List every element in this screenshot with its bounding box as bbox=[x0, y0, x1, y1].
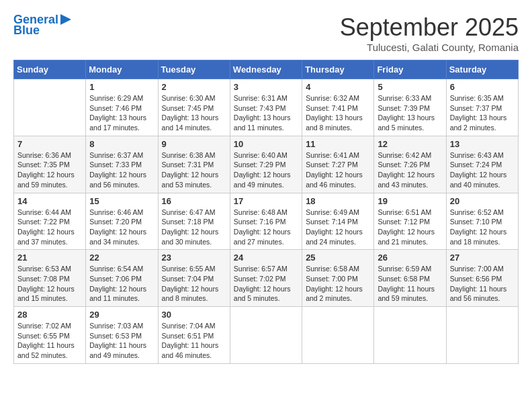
day-info: Sunrise: 6:53 AM Sunset: 7:08 PM Dayligh… bbox=[17, 264, 82, 304]
logo: General Blue bbox=[13, 13, 74, 38]
weekday-header-tuesday: Tuesday bbox=[158, 60, 230, 79]
day-info: Sunrise: 6:57 AM Sunset: 7:02 PM Dayligh… bbox=[234, 264, 298, 304]
calendar-cell: 7Sunrise: 6:36 AM Sunset: 7:35 PM Daylig… bbox=[14, 136, 86, 193]
day-number: 27 bbox=[450, 253, 515, 263]
calendar-cell: 13Sunrise: 6:43 AM Sunset: 7:24 PM Dayli… bbox=[446, 136, 518, 193]
day-info: Sunrise: 6:47 AM Sunset: 7:18 PM Dayligh… bbox=[162, 208, 226, 247]
day-info: Sunrise: 6:30 AM Sunset: 7:45 PM Dayligh… bbox=[162, 93, 226, 133]
logo-blue-text: Blue bbox=[13, 24, 40, 38]
calendar-cell: 19Sunrise: 6:51 AM Sunset: 7:12 PM Dayli… bbox=[374, 193, 446, 250]
calendar-cell: 25Sunrise: 6:58 AM Sunset: 7:00 PM Dayli… bbox=[302, 250, 374, 307]
weekday-header-thursday: Thursday bbox=[302, 60, 374, 79]
day-number: 19 bbox=[378, 196, 442, 206]
day-number: 29 bbox=[89, 310, 154, 320]
day-number: 17 bbox=[234, 196, 298, 206]
weekday-header-saturday: Saturday bbox=[446, 60, 518, 79]
calendar-cell: 22Sunrise: 6:54 AM Sunset: 7:06 PM Dayli… bbox=[86, 250, 158, 307]
day-number: 21 bbox=[17, 253, 82, 263]
calendar-cell: 9Sunrise: 6:38 AM Sunset: 7:31 PM Daylig… bbox=[158, 136, 230, 193]
day-info: Sunrise: 6:35 AM Sunset: 7:37 PM Dayligh… bbox=[450, 93, 515, 133]
day-number: 30 bbox=[162, 310, 226, 320]
day-number: 20 bbox=[450, 196, 515, 206]
day-number: 3 bbox=[234, 82, 298, 92]
day-info: Sunrise: 6:41 AM Sunset: 7:27 PM Dayligh… bbox=[306, 150, 370, 190]
day-info: Sunrise: 6:43 AM Sunset: 7:24 PM Dayligh… bbox=[450, 150, 515, 190]
location: Tulucesti, Galati County, Romania bbox=[340, 42, 519, 53]
calendar-cell: 8Sunrise: 6:37 AM Sunset: 7:33 PM Daylig… bbox=[86, 136, 158, 193]
calendar-cell: 15Sunrise: 6:46 AM Sunset: 7:20 PM Dayli… bbox=[86, 193, 158, 250]
calendar-cell: 3Sunrise: 6:31 AM Sunset: 7:43 PM Daylig… bbox=[230, 79, 302, 136]
day-info: Sunrise: 7:02 AM Sunset: 6:55 PM Dayligh… bbox=[17, 321, 82, 361]
day-info: Sunrise: 6:51 AM Sunset: 7:12 PM Dayligh… bbox=[378, 208, 442, 247]
calendar-cell: 26Sunrise: 6:59 AM Sunset: 6:58 PM Dayli… bbox=[374, 250, 446, 307]
calendar-cell: 21Sunrise: 6:53 AM Sunset: 7:08 PM Dayli… bbox=[14, 250, 86, 307]
day-number: 8 bbox=[89, 139, 154, 149]
day-number: 6 bbox=[450, 82, 515, 92]
week-row-3: 14Sunrise: 6:44 AM Sunset: 7:22 PM Dayli… bbox=[14, 193, 519, 250]
weekday-header-monday: Monday bbox=[86, 60, 158, 79]
day-info: Sunrise: 6:31 AM Sunset: 7:43 PM Dayligh… bbox=[234, 93, 298, 133]
day-number: 22 bbox=[89, 253, 154, 263]
calendar-cell: 23Sunrise: 6:55 AM Sunset: 7:04 PM Dayli… bbox=[158, 250, 230, 307]
page-header: General Blue September 2025 Tulucesti, G… bbox=[13, 13, 519, 53]
svg-marker-0 bbox=[60, 14, 71, 25]
weekday-header-friday: Friday bbox=[374, 60, 446, 79]
day-info: Sunrise: 6:58 AM Sunset: 7:00 PM Dayligh… bbox=[306, 264, 370, 304]
calendar-cell: 18Sunrise: 6:49 AM Sunset: 7:14 PM Dayli… bbox=[302, 193, 374, 250]
day-info: Sunrise: 6:52 AM Sunset: 7:10 PM Dayligh… bbox=[450, 208, 515, 247]
week-row-5: 28Sunrise: 7:02 AM Sunset: 6:55 PM Dayli… bbox=[14, 307, 519, 364]
day-number: 24 bbox=[234, 253, 298, 263]
weekday-header-row: SundayMondayTuesdayWednesdayThursdayFrid… bbox=[14, 60, 519, 79]
day-info: Sunrise: 7:00 AM Sunset: 6:56 PM Dayligh… bbox=[450, 264, 515, 304]
calendar-cell bbox=[302, 307, 374, 364]
calendar-cell: 28Sunrise: 7:02 AM Sunset: 6:55 PM Dayli… bbox=[14, 307, 86, 364]
title-block: September 2025 Tulucesti, Galati County,… bbox=[340, 13, 519, 53]
week-row-4: 21Sunrise: 6:53 AM Sunset: 7:08 PM Dayli… bbox=[14, 250, 519, 307]
day-number: 4 bbox=[306, 82, 370, 92]
calendar-cell: 11Sunrise: 6:41 AM Sunset: 7:27 PM Dayli… bbox=[302, 136, 374, 193]
day-number: 13 bbox=[450, 139, 515, 149]
day-info: Sunrise: 6:32 AM Sunset: 7:41 PM Dayligh… bbox=[306, 93, 370, 133]
weekday-header-sunday: Sunday bbox=[14, 60, 86, 79]
week-row-1: 1Sunrise: 6:29 AM Sunset: 7:46 PM Daylig… bbox=[14, 79, 519, 136]
day-info: Sunrise: 6:33 AM Sunset: 7:39 PM Dayligh… bbox=[378, 93, 442, 133]
calendar-cell: 24Sunrise: 6:57 AM Sunset: 7:02 PM Dayli… bbox=[230, 250, 302, 307]
day-number: 7 bbox=[17, 139, 82, 149]
calendar-cell: 4Sunrise: 6:32 AM Sunset: 7:41 PM Daylig… bbox=[302, 79, 374, 136]
logo-arrow-icon bbox=[60, 13, 74, 26]
day-number: 2 bbox=[162, 82, 226, 92]
day-info: Sunrise: 6:29 AM Sunset: 7:46 PM Dayligh… bbox=[89, 93, 154, 133]
calendar-cell: 29Sunrise: 7:03 AM Sunset: 6:53 PM Dayli… bbox=[86, 307, 158, 364]
calendar-cell: 20Sunrise: 6:52 AM Sunset: 7:10 PM Dayli… bbox=[446, 193, 518, 250]
day-number: 23 bbox=[162, 253, 226, 263]
month-title: September 2025 bbox=[340, 13, 519, 42]
calendar-cell: 12Sunrise: 6:42 AM Sunset: 7:26 PM Dayli… bbox=[374, 136, 446, 193]
calendar-cell bbox=[14, 79, 86, 136]
calendar: SundayMondayTuesdayWednesdayThursdayFrid… bbox=[13, 60, 519, 364]
day-info: Sunrise: 6:48 AM Sunset: 7:16 PM Dayligh… bbox=[234, 208, 298, 247]
day-info: Sunrise: 6:40 AM Sunset: 7:29 PM Dayligh… bbox=[234, 150, 298, 190]
day-number: 18 bbox=[306, 196, 370, 206]
calendar-cell: 16Sunrise: 6:47 AM Sunset: 7:18 PM Dayli… bbox=[158, 193, 230, 250]
day-info: Sunrise: 6:59 AM Sunset: 6:58 PM Dayligh… bbox=[378, 264, 442, 304]
day-number: 12 bbox=[378, 139, 442, 149]
calendar-cell: 27Sunrise: 7:00 AM Sunset: 6:56 PM Dayli… bbox=[446, 250, 518, 307]
calendar-cell: 5Sunrise: 6:33 AM Sunset: 7:39 PM Daylig… bbox=[374, 79, 446, 136]
day-number: 26 bbox=[378, 253, 442, 263]
day-number: 9 bbox=[162, 139, 226, 149]
day-number: 10 bbox=[234, 139, 298, 149]
calendar-cell bbox=[374, 307, 446, 364]
week-row-2: 7Sunrise: 6:36 AM Sunset: 7:35 PM Daylig… bbox=[14, 136, 519, 193]
day-info: Sunrise: 6:54 AM Sunset: 7:06 PM Dayligh… bbox=[89, 264, 154, 304]
day-info: Sunrise: 6:42 AM Sunset: 7:26 PM Dayligh… bbox=[378, 150, 442, 190]
calendar-cell: 30Sunrise: 7:04 AM Sunset: 6:51 PM Dayli… bbox=[158, 307, 230, 364]
day-info: Sunrise: 6:49 AM Sunset: 7:14 PM Dayligh… bbox=[306, 208, 370, 247]
day-info: Sunrise: 6:55 AM Sunset: 7:04 PM Dayligh… bbox=[162, 264, 226, 304]
day-number: 1 bbox=[89, 82, 154, 92]
day-number: 28 bbox=[17, 310, 82, 320]
day-info: Sunrise: 7:04 AM Sunset: 6:51 PM Dayligh… bbox=[162, 321, 226, 361]
day-info: Sunrise: 6:38 AM Sunset: 7:31 PM Dayligh… bbox=[162, 150, 226, 190]
calendar-cell: 10Sunrise: 6:40 AM Sunset: 7:29 PM Dayli… bbox=[230, 136, 302, 193]
day-info: Sunrise: 6:36 AM Sunset: 7:35 PM Dayligh… bbox=[17, 150, 82, 190]
calendar-cell bbox=[230, 307, 302, 364]
